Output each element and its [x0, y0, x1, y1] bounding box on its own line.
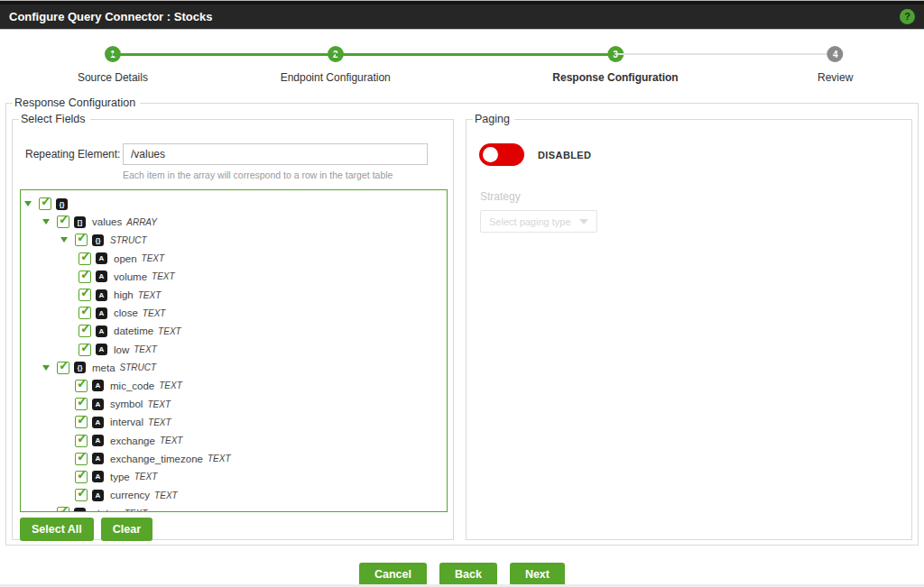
node-checkbox[interactable]	[79, 289, 91, 301]
tree-node-row: AexchangeTEXT	[21, 431, 447, 449]
step-number-badge: 4	[827, 46, 844, 62]
node-expand-toggle[interactable]	[60, 237, 75, 243]
help-button[interactable]: ?	[900, 9, 915, 24]
stepper-step-review[interactable]: 4Review	[818, 46, 853, 84]
node-checkbox[interactable]	[79, 307, 91, 319]
tree-node-row: AopenTEXT	[21, 250, 447, 268]
tree-node-row: Aexchange_timezoneTEXT	[21, 450, 447, 468]
paging-toggle[interactable]	[479, 143, 524, 166]
node-checkbox[interactable]	[79, 252, 91, 265]
tree-node-row: AintervalTEXT	[21, 413, 447, 431]
text-type-icon: A	[92, 453, 104, 464]
node-label: exchange	[110, 436, 155, 446]
repeating-element-input[interactable]	[123, 143, 428, 165]
node-label: datetime	[114, 326, 153, 336]
stepper-step-response-configuration[interactable]: 3Response Configuration	[552, 46, 678, 84]
tree-node-row: Amic_codeTEXT	[21, 377, 447, 395]
node-label: high	[114, 289, 134, 300]
node-datatype-label: TEXT	[147, 399, 171, 409]
tree-node-row: AhighTEXT	[21, 286, 447, 304]
tree-node-row: []valuesARRAY	[21, 213, 447, 231]
stepper-step-endpoint-configuration[interactable]: 2Endpoint Configuration	[281, 46, 391, 84]
node-checkbox[interactable]	[57, 216, 69, 228]
node-checkbox[interactable]	[39, 197, 51, 210]
node-datatype-label: TEXT	[152, 271, 175, 281]
node-checkbox[interactable]	[75, 471, 88, 483]
step-label: Response Configuration	[552, 71, 678, 84]
node-datatype-label: TEXT	[138, 290, 162, 300]
back-button[interactable]: Back	[439, 563, 497, 586]
page-title: Configure Query Connector : Stocks	[9, 10, 212, 23]
node-expand-toggle[interactable]	[24, 201, 39, 206]
tree-node-row: AcloseTEXT	[21, 304, 447, 322]
tree-node-row: AvolumeTEXT	[21, 268, 447, 286]
text-type-icon: A	[92, 380, 104, 391]
node-label: open	[114, 253, 137, 264]
node-label: close	[114, 307, 138, 318]
node-checkbox[interactable]	[75, 416, 88, 428]
node-checkbox[interactable]	[79, 271, 91, 283]
node-datatype-label: TEXT	[148, 417, 171, 427]
text-type-icon: A	[96, 289, 107, 301]
node-label: values	[92, 216, 122, 227]
struct-type-icon: {}	[74, 362, 86, 373]
triangle-down-icon	[60, 237, 68, 243]
tree-node-row: {}STRUCT	[21, 231, 447, 249]
node-label: symbol	[110, 399, 143, 409]
next-button[interactable]: Next	[510, 563, 565, 586]
step-label: Review	[818, 71, 853, 84]
help-icon: ?	[904, 12, 910, 22]
node-datatype-label: TEXT	[143, 308, 166, 318]
select-fields-legend: Select Fields	[19, 113, 90, 125]
text-type-icon: A	[92, 490, 104, 501]
paging-legend: Paging	[473, 113, 514, 125]
text-type-icon: A	[74, 508, 86, 512]
node-checkbox[interactable]	[79, 344, 91, 356]
text-type-icon: A	[92, 471, 104, 482]
node-expand-toggle[interactable]	[42, 219, 57, 225]
node-checkbox[interactable]	[57, 507, 69, 512]
tree-node-row: {}metaSTRUCT	[21, 359, 447, 377]
text-type-icon: A	[92, 417, 104, 428]
node-checkbox[interactable]	[75, 234, 88, 246]
triangle-down-icon	[42, 219, 50, 225]
wizard-stepper: 1Source Details2Endpoint Configuration3R…	[0, 39, 924, 95]
repeating-element-helper-text: Each item in the array will correspond t…	[123, 170, 448, 180]
node-checkbox[interactable]	[75, 398, 88, 410]
node-checkbox[interactable]	[75, 489, 88, 501]
node-checkbox[interactable]	[75, 453, 88, 465]
triangle-down-icon	[42, 365, 50, 371]
node-checkbox[interactable]	[57, 362, 69, 374]
node-datatype-label: ARRAY	[126, 217, 157, 227]
tree-node-row: AsymbolTEXT	[21, 395, 447, 413]
select-all-button[interactable]: Select All	[20, 518, 94, 541]
node-datatype-label: TEXT	[134, 344, 157, 354]
paging-strategy-select: Select paging type	[480, 210, 597, 233]
struct-type-icon: {}	[92, 234, 104, 246]
tree-node-row: AtypeTEXT	[21, 468, 447, 486]
node-checkbox[interactable]	[75, 435, 88, 447]
stepper-step-source-details[interactable]: 1Source Details	[78, 46, 148, 84]
node-checkbox[interactable]	[79, 325, 91, 337]
node-label: exchange_timezone	[110, 454, 203, 464]
node-datatype-label: TEXT	[154, 491, 178, 500]
array-type-icon: []	[74, 216, 86, 228]
tree-node-row: {}	[21, 195, 447, 213]
field-tree[interactable]: {}[]valuesARRAY{}STRUCTAopenTEXTAvolumeT…	[20, 189, 448, 512]
node-checkbox[interactable]	[75, 380, 88, 392]
text-type-icon: A	[92, 435, 104, 446]
node-label: volume	[114, 271, 147, 282]
node-datatype-label: TEXT	[142, 253, 165, 263]
cancel-button[interactable]: Cancel	[359, 563, 427, 586]
node-datatype-label: TEXT	[158, 326, 181, 336]
chevron-down-icon	[579, 219, 588, 225]
node-label: status	[92, 508, 120, 512]
clear-button[interactable]: Clear	[101, 518, 152, 541]
text-type-icon: A	[96, 307, 107, 319]
tree-node-row: AcurrencyTEXT	[21, 486, 447, 504]
paging-panel: Paging DISABLED Strategy Select paging t…	[466, 113, 912, 540]
node-expand-toggle[interactable]	[42, 365, 57, 371]
tree-node-row: AstatusTEXT	[21, 504, 447, 512]
node-label: meta	[92, 362, 116, 373]
response-configuration-section: Response Configuration Select Fields Rep…	[5, 96, 919, 546]
